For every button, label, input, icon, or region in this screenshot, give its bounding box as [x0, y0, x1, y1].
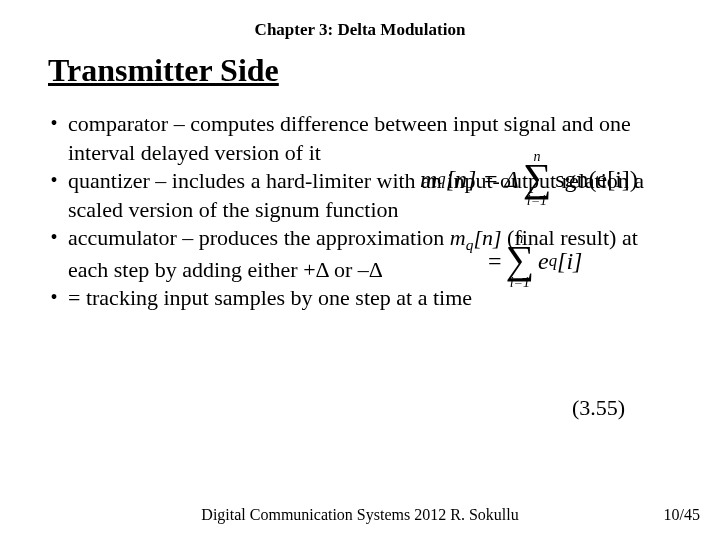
chapter-header: Chapter 3: Delta Modulation — [0, 20, 720, 40]
sigma-icon: n ∑ i=1 — [506, 232, 535, 290]
bullet-dot-icon: • — [40, 224, 68, 250]
equation-2: = n ∑ i=1 eq[i] — [488, 232, 710, 290]
slide-title: Transmitter Side — [48, 52, 279, 89]
page-number: 10/45 — [664, 506, 700, 524]
equation-1: mq[n] = Δ n ∑ i=1 sgn(e[i]) — [420, 150, 710, 208]
sigma-icon: n ∑ i=1 — [523, 150, 552, 208]
footer-text: Digital Communication Systems 2012 R. So… — [0, 506, 720, 524]
bullet-dot-icon: • — [40, 167, 68, 193]
equation-number: (3.55) — [572, 395, 625, 421]
bullet-dot-icon: • — [40, 110, 68, 136]
equation-block: mq[n] = Δ n ∑ i=1 sgn(e[i]) = n ∑ i=1 eq… — [420, 150, 710, 314]
bullet-dot-icon: • — [40, 284, 68, 310]
